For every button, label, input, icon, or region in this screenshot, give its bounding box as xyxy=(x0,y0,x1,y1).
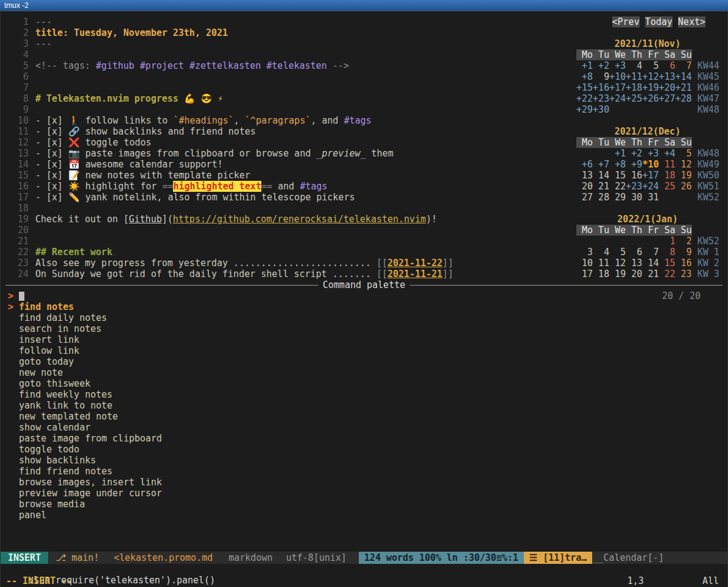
calendar-next-button[interactable]: Next> xyxy=(678,16,705,27)
tag-github[interactable]: #github xyxy=(96,60,134,71)
calendar-day[interactable]: +27 xyxy=(659,93,675,104)
editor-buffer[interactable]: 1---2title: Tuesday, November 23th, 2021… xyxy=(1,16,571,279)
calendar-day[interactable]: 2 xyxy=(676,236,692,247)
calendar-day[interactable]: +3 xyxy=(609,60,626,71)
calendar-day[interactable]: +1 xyxy=(576,60,593,71)
calendar-day[interactable]: 13 xyxy=(626,258,642,269)
calendar-day[interactable]: 10 xyxy=(576,258,593,269)
calendar-day[interactable]: 15 xyxy=(659,258,675,269)
calendar-day[interactable]: 7 xyxy=(676,60,692,71)
github-link-text[interactable]: Github xyxy=(129,214,162,225)
palette-item[interactable]: goto today xyxy=(1,356,727,367)
calendar-day[interactable]: 17 xyxy=(576,269,593,279)
calendar-day[interactable]: 27 xyxy=(576,192,593,203)
calendar-day[interactable]: +30 xyxy=(593,104,609,115)
calendar-day[interactable]: 16 xyxy=(626,170,642,181)
calendar-prev-button[interactable]: <Prev xyxy=(612,16,640,27)
palette-item[interactable]: > find notes xyxy=(1,301,727,312)
calendar-day[interactable]: 12 xyxy=(609,258,626,269)
palette-item[interactable]: paste image from clipboard xyxy=(1,433,727,444)
palette-item[interactable]: find weekly notes xyxy=(1,389,727,400)
calendar-day[interactable]: 1 xyxy=(659,236,675,247)
tag-telekasten[interactable]: #telekasten xyxy=(266,60,327,71)
palette-item[interactable]: goto thisweek xyxy=(1,378,727,389)
palette-item[interactable]: browse images, insert link xyxy=(1,477,727,488)
calendar-day[interactable]: 11 xyxy=(659,159,675,170)
calendar-day[interactable]: 14 xyxy=(593,170,609,181)
calendar-day[interactable]: +23 xyxy=(593,93,609,104)
calendar-day[interactable]: +19 xyxy=(642,82,659,93)
calendar-day[interactable]: +15 xyxy=(576,82,593,93)
calendar-day[interactable]: 30 xyxy=(626,192,642,203)
calendar-day[interactable]: +9 xyxy=(626,159,642,170)
calendar-day[interactable]: +14 xyxy=(676,71,692,82)
calendar-day[interactable]: +4 xyxy=(659,148,675,159)
calendar-day[interactable]: 18 xyxy=(659,170,675,181)
calendar-day[interactable]: +17 xyxy=(609,82,626,93)
calendar-day[interactable]: 28 xyxy=(593,192,609,203)
calendar-day[interactable]: +2 xyxy=(626,148,642,159)
palette-item[interactable]: preview image under cursor xyxy=(1,488,727,499)
calendar-day[interactable]: +25 xyxy=(626,93,642,104)
calendar-day[interactable]: 11 xyxy=(593,258,609,269)
calendar-day[interactable]: 19 xyxy=(676,170,692,181)
tag-tags[interactable]: #tags xyxy=(300,181,327,192)
calendar-day[interactable]: 16 xyxy=(676,258,692,269)
calendar-day[interactable]: 21 xyxy=(642,269,659,279)
command-line[interactable]: :lua require('telekasten').panel() xyxy=(1,564,727,575)
calendar-day[interactable]: +8 xyxy=(576,71,593,82)
calendar-day[interactable]: +10 xyxy=(609,71,626,82)
calendar-day[interactable]: +7 xyxy=(593,159,609,170)
calendar-day[interactable]: +23 xyxy=(626,181,642,192)
calendar-day[interactable]: 21 xyxy=(593,181,609,192)
palette-item[interactable]: new templated note xyxy=(1,411,727,422)
calendar-day[interactable]: 9 xyxy=(676,247,692,258)
calendar-day[interactable]: 14 xyxy=(642,258,659,269)
calendar-day[interactable]: +17 xyxy=(642,170,659,181)
wiki-link-2021-11-21[interactable]: 2021-11-21 xyxy=(387,269,442,279)
palette-input[interactable]: > 20 / 20 xyxy=(1,290,727,301)
calendar-day[interactable]: +11 xyxy=(626,71,642,82)
calendar-day[interactable]: 13 xyxy=(576,170,593,181)
calendar-day[interactable]: +26 xyxy=(642,93,659,104)
calendar-day[interactable]: 6 xyxy=(659,60,675,71)
calendar-day[interactable]: +6 xyxy=(576,159,593,170)
calendar-day[interactable]: 5 xyxy=(676,148,692,159)
calendar-day[interactable]: 26 xyxy=(676,181,692,192)
tag-tags[interactable]: #tags xyxy=(344,115,371,126)
palette-item[interactable]: show calendar xyxy=(1,422,727,433)
calendar-day[interactable]: 9 xyxy=(593,71,609,82)
calendar-day[interactable]: 25 xyxy=(659,181,675,192)
calendar-day[interactable]: +2 xyxy=(593,60,609,71)
calendar-day[interactable]: 3 xyxy=(576,247,593,258)
calendar-day[interactable]: +18 xyxy=(626,82,642,93)
palette-item[interactable]: follow link xyxy=(1,345,727,356)
calendar-day[interactable]: +1 xyxy=(609,148,626,159)
calendar-day[interactable]: +3 xyxy=(642,148,659,159)
github-url[interactable]: https://github.com/renerocksai/telekaste… xyxy=(173,214,426,225)
calendar-day[interactable]: +13 xyxy=(659,71,675,82)
calendar-day[interactable]: *10 xyxy=(642,159,659,170)
calendar-day[interactable]: +29 xyxy=(576,104,593,115)
calendar-day[interactable]: +20 xyxy=(659,82,675,93)
calendar-day[interactable]: 6 xyxy=(626,247,642,258)
palette-item[interactable]: search in notes xyxy=(1,323,727,334)
palette-item[interactable]: insert link xyxy=(1,334,727,345)
palette-item[interactable]: find friend notes xyxy=(1,466,727,477)
tag-project[interactable]: #project xyxy=(140,60,184,71)
calendar-day[interactable]: 23 xyxy=(676,269,692,279)
calendar-day[interactable]: 4 xyxy=(593,247,609,258)
palette-item[interactable]: find daily notes xyxy=(1,312,727,323)
palette-item[interactable]: show backlinks xyxy=(1,455,727,466)
calendar-day[interactable]: 5 xyxy=(609,247,626,258)
calendar-day[interactable]: 12 xyxy=(676,159,692,170)
palette-item[interactable]: new note xyxy=(1,367,727,378)
calendar-day[interactable]: 15 xyxy=(609,170,626,181)
calendar-day[interactable]: 19 xyxy=(609,269,626,279)
calendar-day[interactable]: 20 xyxy=(576,181,593,192)
calendar-day[interactable]: +21 xyxy=(676,82,692,93)
calendar-day[interactable]: 7 xyxy=(642,247,659,258)
tag-zettelkasten[interactable]: #zettelkasten xyxy=(189,60,261,71)
calendar-day[interactable]: +8 xyxy=(609,159,626,170)
palette-item[interactable]: yank link to note xyxy=(1,400,727,411)
